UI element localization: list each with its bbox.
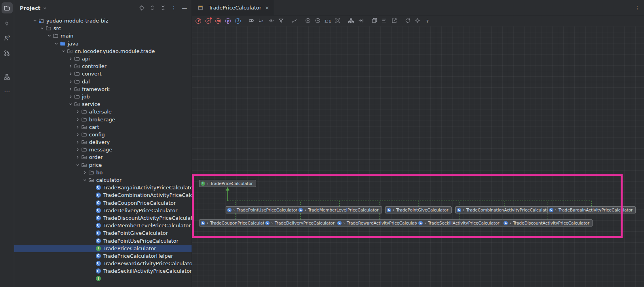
diagram-node[interactable]: CTradeSeckillActivityPriceCalculator xyxy=(417,219,503,227)
diagram-elements-list-button[interactable] xyxy=(381,18,388,24)
commit-icon[interactable] xyxy=(2,17,13,28)
tree-item[interactable]: price xyxy=(14,161,192,169)
tree-chevron-icon[interactable] xyxy=(46,33,52,38)
diagram-node[interactable]: CTradeDiscountActivityPriceCalculator xyxy=(502,219,593,227)
tree-item[interactable]: config xyxy=(14,131,192,138)
project-panel-title[interactable]: Project xyxy=(20,5,40,11)
tree-item[interactable]: order xyxy=(14,153,192,161)
tree-item[interactable]: CTradeDeliveryPriceCalculator xyxy=(14,207,192,214)
tree-chevron-icon[interactable] xyxy=(32,18,38,23)
refresh-diagram-button[interactable] xyxy=(405,18,411,24)
tree-item[interactable]: CTradeCombinationActivityPriceCalculator xyxy=(14,191,192,199)
tree-chevron-icon[interactable] xyxy=(74,109,81,114)
tree-chevron-icon[interactable] xyxy=(74,125,81,130)
tree-chevron-icon[interactable] xyxy=(67,64,74,69)
diagram-settings-button[interactable] xyxy=(414,18,421,24)
structure-icon[interactable] xyxy=(2,71,13,82)
help-button[interactable]: ? xyxy=(424,18,431,24)
show-edge-creation-button[interactable] xyxy=(291,18,298,24)
tree-chevron-icon[interactable] xyxy=(82,177,88,183)
editor-options-kebab-icon[interactable]: ⋮ xyxy=(635,0,640,16)
copy-diagram-button[interactable] xyxy=(371,18,378,24)
tree-item[interactable]: src xyxy=(14,25,192,32)
tree-item[interactable]: CTradePointUsePriceCalculator xyxy=(14,237,192,244)
diagram-node[interactable]: CTradeDeliveryPriceCalculator xyxy=(264,219,338,227)
tree-item[interactable]: aftersale xyxy=(14,108,192,115)
tree-item[interactable]: api xyxy=(14,55,192,62)
tree-item[interactable]: main xyxy=(14,32,192,40)
tree-item[interactable]: CTradeBargainActivityPriceCalculator xyxy=(14,184,192,191)
hide-panel-icon[interactable]: — xyxy=(181,5,188,11)
tree-item[interactable]: message xyxy=(14,146,192,153)
diagram-node[interactable]: CTradeRewardActivityPriceCalculator xyxy=(336,219,424,227)
project-icon[interactable] xyxy=(2,2,13,13)
locate-file-icon[interactable] xyxy=(139,5,145,11)
tree-chevron-icon[interactable] xyxy=(67,102,74,107)
tree-chevron-icon[interactable] xyxy=(74,147,81,152)
tree-item[interactable]: CTradePointGiveCalculator xyxy=(14,229,192,237)
tree-item[interactable]: CTradeDiscountActivityPriceCalculator xyxy=(14,214,192,222)
tree-item[interactable]: CTradeMemberLevelPriceCalculator xyxy=(14,222,192,229)
diagram-node[interactable]: CTradeCombinationActivityPriceCalculator xyxy=(455,206,554,213)
show-dependencies-button[interactable] xyxy=(248,18,255,24)
constructors-visibility-button[interactable]: c xyxy=(205,18,211,24)
diagram-node[interactable]: CTradeMemberLevelPriceCalculator xyxy=(297,206,382,213)
diagram-node-parent[interactable]: ITradePriceCalculator xyxy=(199,180,256,187)
tree-chevron-icon[interactable] xyxy=(39,26,45,31)
tree-item[interactable]: brokerage xyxy=(14,115,192,123)
properties-visibility-button[interactable]: p xyxy=(225,18,231,24)
tree-item[interactable]: cart xyxy=(14,123,192,131)
tree-chevron-icon[interactable] xyxy=(74,117,81,122)
change-visibility-level-button[interactable] xyxy=(268,18,274,24)
tree-item[interactable]: delivery xyxy=(14,138,192,146)
tab-tradepricecalculator[interactable]: TradePriceCalculator × xyxy=(192,0,274,15)
filter-button[interactable] xyxy=(278,18,284,24)
tree-item[interactable]: yudao-module-trade-biz xyxy=(14,17,192,25)
close-tab-icon[interactable]: × xyxy=(264,5,270,11)
tree-chevron-icon[interactable] xyxy=(74,132,81,137)
fit-content-button[interactable] xyxy=(334,18,341,24)
actual-size-button[interactable]: 1:1 xyxy=(325,18,331,24)
expand-all-icon[interactable] xyxy=(149,5,156,11)
account-help-icon[interactable]: ? xyxy=(2,32,13,43)
project-tree[interactable]: yudao-module-trade-bizsrcmainjavacn.ioco… xyxy=(14,16,192,287)
tree-item[interactable]: job xyxy=(14,93,192,100)
tree-item[interactable]: CTradeSeckillActivityPriceCalculator xyxy=(14,267,192,275)
apply-layout-button[interactable] xyxy=(348,18,354,24)
tree-chevron-icon[interactable] xyxy=(60,49,66,54)
tree-chevron-icon[interactable] xyxy=(74,162,81,168)
tree-item[interactable]: dal xyxy=(14,78,192,85)
export-diagram-button[interactable] xyxy=(391,18,397,24)
diagram-node[interactable]: CTradeBargainActivityPriceCalculator xyxy=(547,206,636,213)
tree-item[interactable]: service xyxy=(14,100,192,108)
tree-chevron-icon[interactable] xyxy=(67,87,74,92)
tree-chevron-icon[interactable] xyxy=(53,41,59,46)
panel-options-icon[interactable]: ⋮ xyxy=(171,5,177,11)
tree-chevron-icon[interactable] xyxy=(67,94,74,99)
sort-alphabetically-button[interactable]: a xyxy=(258,18,264,24)
tree-chevron-icon[interactable] xyxy=(74,140,81,145)
route-edges-button[interactable] xyxy=(358,18,364,24)
diagram-node[interactable]: CTradePointGiveCalculator xyxy=(385,206,452,213)
tree-item[interactable]: CTradeRewardActivityPriceCalculator xyxy=(14,260,192,267)
tree-item[interactable]: calculator xyxy=(14,176,192,184)
more-tool-windows-icon[interactable]: ⋯ xyxy=(2,86,13,97)
tree-chevron-icon[interactable] xyxy=(67,71,74,76)
tree-item[interactable]: bo xyxy=(14,169,192,176)
zoom-out-button[interactable] xyxy=(315,18,321,24)
tree-item[interactable]: ITradePriceCalculator xyxy=(14,245,192,252)
fields-visibility-button[interactable]: f xyxy=(195,18,201,24)
methods-visibility-button[interactable]: m xyxy=(215,18,221,24)
tree-chevron-icon[interactable] xyxy=(67,56,74,61)
tree-item[interactable]: cn.iocoder.yudao.module.trade xyxy=(14,47,192,55)
collapse-all-icon[interactable] xyxy=(160,5,166,11)
pull-requests-icon[interactable] xyxy=(2,47,13,59)
tree-item[interactable]: I xyxy=(14,275,192,282)
tree-chevron-icon[interactable] xyxy=(82,170,88,175)
diagram-node[interactable]: CTradeCouponPriceCalculator xyxy=(199,219,272,227)
tree-chevron-icon[interactable] xyxy=(74,155,81,160)
tree-item[interactable]: convert xyxy=(14,70,192,77)
tree-item[interactable]: CTradePriceCalculatorHelper xyxy=(14,252,192,260)
diagram-canvas[interactable]: ITradePriceCalculatorCTradePointUsePrice… xyxy=(192,26,644,287)
inner-classes-visibility-button[interactable]: i xyxy=(235,18,241,24)
